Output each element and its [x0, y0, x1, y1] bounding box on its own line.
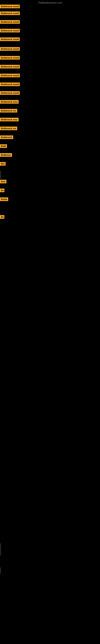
bottleneck-badge-21: Bottle — [0, 198, 8, 201]
bottleneck-badge-14: Bottleneck res — [0, 126, 17, 130]
bottleneck-badge-22: Bo — [0, 215, 4, 219]
bottleneck-badge-2: Bottleneck result — [0, 20, 20, 24]
vertical-line-2 — [0, 568, 1, 574]
bottleneck-badge-19: Bott — [0, 180, 6, 183]
bottleneck-badge-9: Bottleneck result — [0, 82, 20, 86]
bottleneck-badge-17: Bottlenec — [0, 153, 12, 157]
bottleneck-badge-5: Bottleneck result — [0, 47, 20, 51]
bottleneck-badge-20: Bo — [0, 188, 4, 192]
bottleneck-badge-12: Bottleneck res — [0, 109, 17, 112]
bottleneck-badge-0: Bottleneck result — [0, 5, 20, 8]
bottleneck-badge-15: Bottleneck — [0, 136, 13, 139]
bottleneck-badge-10: Bottleneck result — [0, 91, 20, 95]
site-title: TheBottlenecker.com — [0, 1, 100, 4]
bottleneck-badge-4: Bottleneck result — [0, 38, 20, 41]
vertical-line-1 — [0, 544, 1, 556]
bottleneck-badge-6: Bottleneck result — [0, 56, 20, 60]
bottleneck-badge-3: Bottleneck result — [0, 29, 20, 32]
vertical-line-0 — [0, 171, 1, 179]
bottleneck-badge-1: Bottleneck result — [0, 12, 20, 15]
bottleneck-badge-7: Bottleneck result — [0, 65, 20, 68]
bottleneck-badge-8: Bottleneck result — [0, 74, 20, 77]
bottleneck-badge-11: Bottleneck resu — [0, 100, 19, 104]
bottleneck-badge-13: Bottleneck resu — [0, 118, 19, 121]
bottleneck-badge-18: Bot — [0, 162, 6, 166]
bottleneck-badge-16: Bottl — [0, 144, 7, 148]
